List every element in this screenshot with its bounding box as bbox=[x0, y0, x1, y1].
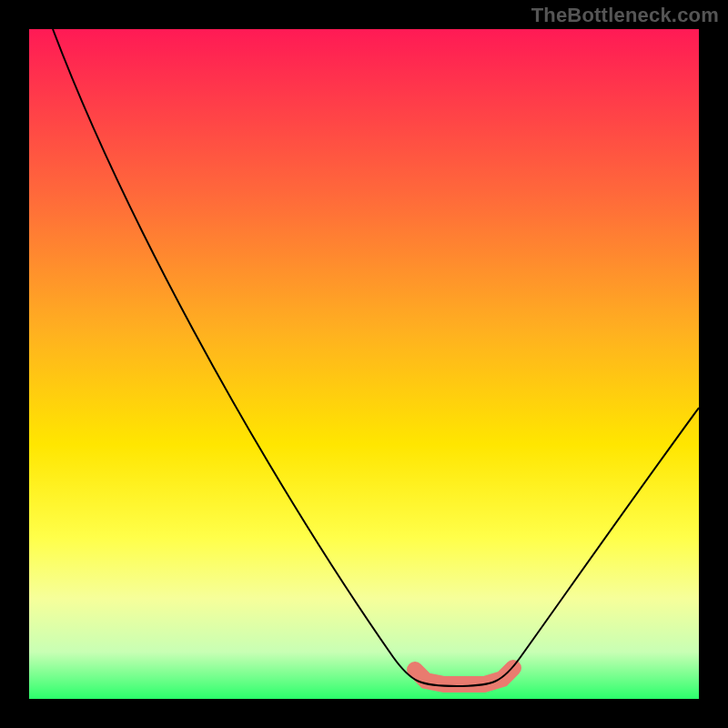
bottleneck-curve bbox=[53, 29, 699, 686]
watermark-text: TheBottleneck.com bbox=[531, 4, 719, 27]
valley-highlight bbox=[415, 668, 513, 684]
plot-area bbox=[29, 29, 699, 699]
chart-frame: TheBottleneck.com bbox=[0, 0, 728, 728]
curve-layer bbox=[29, 29, 699, 699]
